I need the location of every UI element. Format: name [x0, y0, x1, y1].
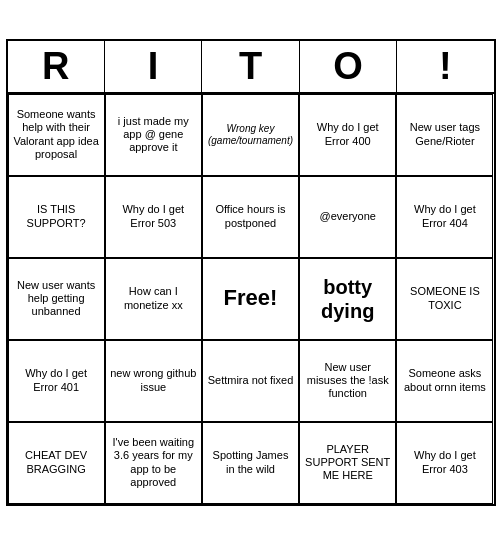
bingo-cell-11: How can I monetize xx [105, 258, 202, 340]
bingo-cell-14: SOMEONE IS TOXIC [396, 258, 493, 340]
bingo-card: RITO! Someone wants help with their Valo… [6, 39, 496, 506]
bingo-cell-3: Why do I get Error 400 [299, 94, 396, 176]
bingo-grid: Someone wants help with their Valorant a… [8, 94, 494, 504]
bingo-cell-16: new wrong github issue [105, 340, 202, 422]
bingo-cell-20: CHEAT DEV BRAGGING [8, 422, 105, 504]
bingo-cell-4: New user tags Gene/Rioter [396, 94, 493, 176]
bingo-cell-6: Why do I get Error 503 [105, 176, 202, 258]
header-letter-!: ! [397, 41, 493, 92]
bingo-cell-5: IS THIS SUPPORT? [8, 176, 105, 258]
bingo-cell-2: Wrong key (game/tournament) [202, 94, 299, 176]
bingo-cell-9: Why do I get Error 404 [396, 176, 493, 258]
bingo-cell-10: New user wants help getting unbanned [8, 258, 105, 340]
bingo-cell-13: botty dying [299, 258, 396, 340]
bingo-cell-19: Someone asks about ornn items [396, 340, 493, 422]
header-letter-T: T [202, 41, 299, 92]
bingo-cell-1: i just made my app @ gene approve it [105, 94, 202, 176]
bingo-cell-22: Spotting James in the wild [202, 422, 299, 504]
bingo-cell-24: Why do I get Error 403 [396, 422, 493, 504]
bingo-cell-8: @everyone [299, 176, 396, 258]
bingo-cell-12: Free! [202, 258, 299, 340]
bingo-cell-7: Office hours is postponed [202, 176, 299, 258]
header-letter-R: R [8, 41, 105, 92]
bingo-cell-18: New user misuses the !ask function [299, 340, 396, 422]
bingo-cell-21: I've been waiting 3.6 years for my app t… [105, 422, 202, 504]
bingo-cell-15: Why do I get Error 401 [8, 340, 105, 422]
header-letter-O: O [300, 41, 397, 92]
bingo-cell-23: PLAYER SUPPORT SENT ME HERE [299, 422, 396, 504]
bingo-cell-17: Settmira not fixed [202, 340, 299, 422]
header-letter-I: I [105, 41, 202, 92]
bingo-cell-0: Someone wants help with their Valorant a… [8, 94, 105, 176]
bingo-header: RITO! [8, 41, 494, 94]
